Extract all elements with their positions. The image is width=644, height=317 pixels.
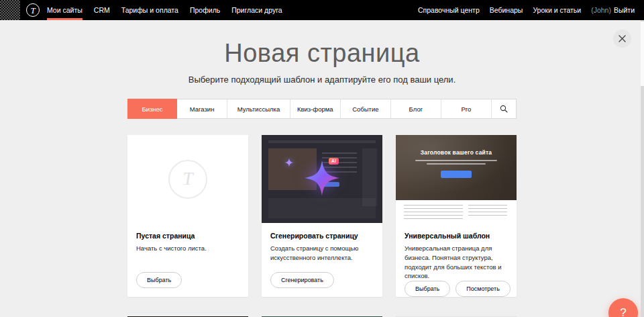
ai-card-body: Сгенерировать страницу Создать страницу … [262,223,382,297]
card-title: Универсальный шаблон [405,232,508,240]
preview-paragraph [468,205,507,216]
choose-blank-button[interactable]: Выбрать [136,272,182,288]
user-area: (John) Выйти [591,6,635,14]
user-name: (John) [591,6,611,14]
scrollbar-track [641,20,644,317]
preview-heading: Заголовок вашего сайта [421,149,492,156]
preview-subtext-line [415,160,497,161]
ai-card-preview: AI [262,135,382,223]
page-title: Новая страница [0,38,644,68]
tilda-logo[interactable]: T [26,3,40,17]
card-description: Создать страницу с помощью искусственног… [270,244,374,263]
universal-card-body: Универсальный шаблон Универсальная стран… [396,223,517,306]
card-title: Пустая страница [136,232,239,240]
generate-button[interactable]: Сгенерировать [270,272,334,288]
nav-tariffs[interactable]: Тарифы и оплата [121,0,178,20]
preview-subtext-line [427,163,486,165]
secondary-nav: Справочный центр Вебинары Уроки и статьи… [418,0,644,20]
nav-help-center[interactable]: Справочный центр [418,0,480,20]
tab-blog[interactable]: Блог [391,99,441,118]
choose-universal-button[interactable]: Выбрать [405,281,450,297]
tab-shop[interactable]: Магазин [177,99,227,118]
tilda-logo-letter: T [30,6,35,15]
card-title: Сгенерировать страницу [270,232,374,240]
template-card-ai[interactable]: AI Сгенерировать страницу Создать страни… [262,135,382,297]
mock-footer-strip [268,198,376,218]
main-nav: Мои сайты CRM Тарифы и оплата Профиль Пр… [47,0,282,20]
tab-event[interactable]: Событие [341,99,391,118]
corner-pattern [0,0,20,20]
tab-business[interactable]: Бизнес [127,99,177,119]
blank-card-body: Пустая страница Начать с чистого листа. … [127,223,248,297]
topbar: T Мои сайты CRM Тарифы и оплата Профиль … [0,0,644,20]
search-icon [500,105,508,113]
template-category-tabs: Бизнес Магазин Мультиссылка Квиз-форма С… [127,99,517,119]
view-universal-button[interactable]: Посмотреть [455,281,511,297]
card-description: Универсальная страница для бизнеса. Поня… [405,244,508,281]
watermark-letter: T [182,169,193,189]
new-page-modal: Новая страница Выберите подходящий шабло… [0,38,644,317]
ai-small-sparkle-icon [284,158,294,170]
tab-pro[interactable]: Pro [441,99,492,118]
scrollbar-thumb[interactable] [641,21,644,86]
blank-card-preview: T [127,135,248,223]
template-card-blank[interactable]: T Пустая страница Начать с чистого листа… [127,135,248,297]
preview-text-section [396,200,517,223]
ai-badge: AI [329,158,339,165]
nav-my-sites[interactable]: Мои сайты [47,0,83,20]
close-button[interactable] [613,30,631,48]
preview-cta-button [441,171,472,178]
tab-quiz-form[interactable]: Квиз-форма [290,99,341,118]
preview-paragraph [404,205,463,220]
tab-multilink[interactable]: Мультиссылка [227,99,290,118]
universal-card-preview: Заголовок вашего сайта [396,135,517,223]
tilda-watermark-icon: T [168,160,207,199]
nav-webinars[interactable]: Вебинары [490,0,523,20]
logout-link[interactable]: Выйти [614,6,635,14]
card-description: Начать с чистого листа. [136,244,239,253]
template-card-universal[interactable]: Заголовок вашего сайта Универсальный шаб… [396,135,517,297]
nav-crm[interactable]: CRM [94,0,110,20]
search-tab[interactable] [492,99,516,118]
help-button[interactable]: ? [608,298,638,317]
ai-sparkle-icon [303,159,341,199]
mock-navbar [268,140,376,143]
template-grid-row-1: T Пустая страница Начать с чистого листа… [127,135,517,297]
nav-profile[interactable]: Профиль [190,0,220,20]
nav-invite-friend[interactable]: Пригласи друга [231,0,282,20]
preview-hero: Заголовок вашего сайта [396,135,517,200]
page-subtitle: Выберите подходящий шаблон и адаптируйте… [0,75,644,85]
close-icon [619,35,626,42]
nav-lessons[interactable]: Уроки и статьи [533,0,581,20]
